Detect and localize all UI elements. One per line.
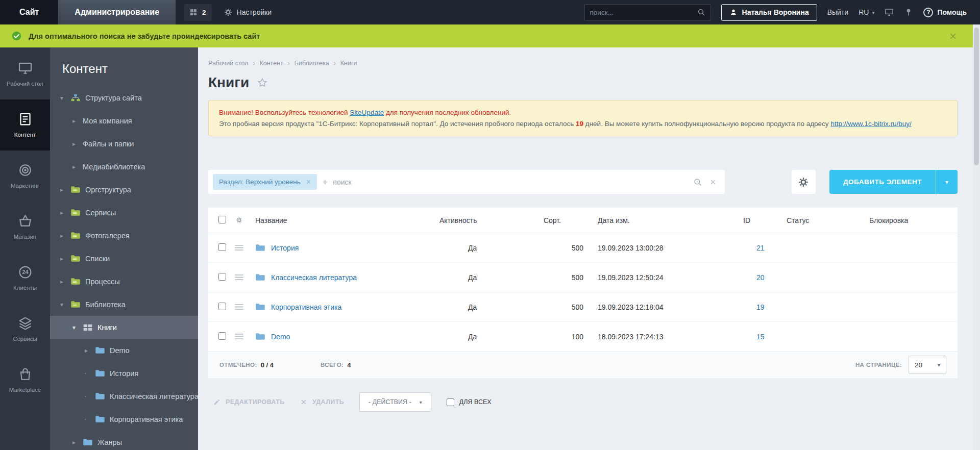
tree-item-services[interactable]: ▸ Сервисы: [50, 201, 198, 224]
tree-item-history[interactable]: ▪ История: [50, 362, 198, 385]
chevron-down-icon[interactable]: ▾: [60, 301, 70, 308]
for-all-checkbox[interactable]: [447, 398, 454, 406]
topbar-search[interactable]: [584, 4, 711, 21]
tab-administration[interactable]: Администрирование: [58, 0, 176, 24]
tab-site[interactable]: Сайт: [0, 0, 58, 24]
for-all-toggle[interactable]: ДЛЯ ВСЕХ: [447, 398, 492, 406]
row-menu-icon[interactable]: [235, 274, 255, 281]
column-header-name[interactable]: Название: [255, 216, 439, 224]
logout-button[interactable]: Выйти: [827, 8, 848, 16]
rail-item-marketing[interactable]: Маркетинг: [0, 151, 50, 202]
column-header-sort[interactable]: Сорт.: [516, 216, 598, 224]
chevron-down-icon[interactable]: ▾: [60, 94, 70, 102]
table-row[interactable]: Классическая литература Да 500 19.09.202…: [208, 263, 958, 292]
add-element-button[interactable]: ДОБАВИТЬ ЭЛЕМЕНТ ▾: [829, 170, 958, 194]
chevron-right-icon[interactable]: ▸: [60, 232, 70, 239]
row-menu-icon[interactable]: [235, 304, 255, 310]
chevron-right-icon[interactable]: ▸: [72, 439, 83, 446]
tree-item-lists[interactable]: ▸ Списки: [50, 247, 198, 270]
column-header-modified[interactable]: Дата изм.: [598, 216, 743, 224]
tree-item-my-company[interactable]: ▸ Моя компания: [50, 109, 198, 132]
chevron-right-icon[interactable]: ▸: [60, 186, 70, 193]
panels-counter[interactable]: 2: [184, 4, 212, 21]
breadcrumb-link[interactable]: Библиотека: [295, 60, 329, 67]
scrollbar-thumb[interactable]: [974, 28, 979, 165]
filter-bar[interactable]: Раздел: Верхний уровень × + ×: [208, 170, 725, 194]
tree-item-photogallery[interactable]: ▸ Фотогалерея: [50, 224, 198, 247]
tree-item-site-structure[interactable]: ▾ Структура сайта: [50, 86, 198, 109]
search-icon[interactable]: [693, 178, 702, 187]
add-element-dropdown[interactable]: ▾: [936, 170, 958, 194]
item-name-link[interactable]: Demo: [271, 333, 290, 341]
close-icon[interactable]: ×: [306, 178, 311, 186]
filter-chip[interactable]: Раздел: Верхний уровень ×: [213, 174, 317, 190]
table-row[interactable]: Demo Да 100 18.09.2023 17:24:13 15: [208, 322, 958, 352]
per-page-select[interactable]: 20 ▾: [909, 356, 946, 374]
item-id-link[interactable]: 15: [756, 333, 765, 341]
tree-item-classic-literature[interactable]: ▪ Классическая литература: [50, 385, 198, 408]
table-row[interactable]: Корпоративная этика Да 500 19.09.2023 12…: [208, 292, 958, 322]
scrollbar[interactable]: [973, 24, 980, 450]
actions-dropdown[interactable]: - ДЕЙСТВИЯ - ▾: [359, 392, 431, 412]
chevron-right-icon[interactable]: ▸: [72, 117, 83, 124]
language-selector[interactable]: RU ▾: [859, 8, 874, 16]
chevron-right-icon[interactable]: ▸: [60, 209, 70, 216]
search-icon[interactable]: [697, 8, 705, 16]
column-header-active[interactable]: Активность: [439, 216, 516, 224]
buy-link[interactable]: http://www.1c-bitrix.ru/buy/: [830, 120, 911, 128]
chevron-down-icon[interactable]: ▾: [72, 324, 83, 331]
help-button[interactable]: ? Помощь: [923, 8, 967, 17]
tree-item-corporate-ethics[interactable]: ▪ Корпоративная этика: [50, 408, 198, 431]
grid-settings-button[interactable]: [792, 170, 816, 194]
tree-item-files-folders[interactable]: ▸ Файлы и папки: [50, 132, 198, 155]
column-header-lock[interactable]: Блокировка: [863, 216, 958, 224]
rail-item-content[interactable]: Контент: [0, 99, 50, 151]
item-name-link[interactable]: Классическая литература: [271, 273, 357, 282]
row-checkbox[interactable]: [218, 243, 226, 251]
item-name-link[interactable]: История: [271, 244, 299, 252]
chevron-right-icon[interactable]: ▸: [85, 347, 95, 354]
tree-item-books[interactable]: ▾ Книги: [50, 316, 198, 339]
rail-item-marketplace[interactable]: Marketplace: [0, 355, 50, 406]
clear-filter-icon[interactable]: ×: [708, 178, 721, 187]
tree-item-library[interactable]: ▾ Библиотека: [50, 293, 198, 316]
row-checkbox[interactable]: [218, 303, 226, 310]
row-menu-icon[interactable]: [235, 244, 255, 251]
chevron-right-icon[interactable]: ▸: [72, 140, 83, 147]
search-input[interactable]: [590, 9, 693, 16]
siteupdate-link[interactable]: SiteUpdate: [350, 109, 384, 116]
gear-icon[interactable]: [235, 217, 255, 223]
add-element-label[interactable]: ДОБАВИТЬ ЭЛЕМЕНТ: [829, 170, 936, 194]
rail-item-shop[interactable]: Магазин: [0, 202, 50, 253]
pin-button[interactable]: [904, 8, 913, 17]
row-checkbox[interactable]: [218, 332, 226, 340]
item-name-link[interactable]: Корпоративная этика: [271, 303, 341, 311]
row-checkbox[interactable]: [218, 273, 226, 281]
chevron-right-icon[interactable]: ▸: [60, 278, 70, 285]
edit-button[interactable]: РЕДАКТИРОВАТЬ: [213, 398, 285, 406]
tree-item-processes[interactable]: ▸ Процессы: [50, 270, 198, 293]
user-button[interactable]: Наталья Воронина: [721, 4, 817, 21]
column-header-id[interactable]: ID: [743, 216, 787, 224]
rail-item-services[interactable]: Сервисы: [0, 304, 50, 355]
settings-button[interactable]: Настройки: [224, 8, 272, 16]
rail-item-desktop[interactable]: Рабочий стол: [0, 48, 50, 99]
favorite-star-icon[interactable]: [257, 77, 268, 88]
filter-search-input[interactable]: [333, 178, 688, 186]
item-id-link[interactable]: 20: [756, 273, 765, 282]
chevron-right-icon[interactable]: ▸: [72, 163, 83, 170]
desktop-view-button[interactable]: [885, 8, 894, 17]
close-icon[interactable]: ×: [949, 30, 969, 42]
column-header-status[interactable]: Статус: [787, 216, 863, 224]
item-id-link[interactable]: 19: [756, 303, 765, 311]
chevron-right-icon[interactable]: ▸: [60, 255, 70, 262]
item-id-link[interactable]: 21: [756, 244, 765, 252]
select-all-checkbox[interactable]: [218, 216, 226, 223]
tree-item-genres[interactable]: ▸ Жанры: [50, 431, 198, 450]
tree-item-orgstructure[interactable]: ▸ Оргструктура: [50, 178, 198, 201]
breadcrumb-link[interactable]: Рабочий стол: [208, 60, 248, 67]
tree-item-media-library[interactable]: ▸ Медиабиблиотека: [50, 155, 198, 178]
breadcrumb-link[interactable]: Контент: [259, 60, 283, 67]
tree-item-demo[interactable]: ▸ Demo: [50, 339, 198, 362]
rail-item-clients[interactable]: 24 Клиенты: [0, 253, 50, 304]
